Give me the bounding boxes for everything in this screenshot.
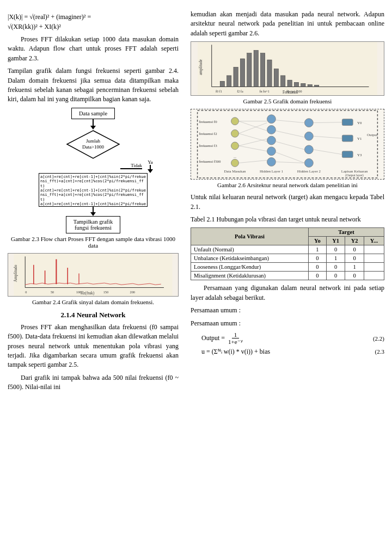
svg-point-47 — [231, 130, 239, 138]
svg-rect-25 — [260, 53, 265, 87]
para-neural-target: Untuk nilai keluaran neural network (tar… — [191, 193, 384, 212]
svg-rect-22 — [240, 59, 244, 87]
fc-tidak-line — [120, 168, 142, 169]
table-cell-y3-1 — [364, 245, 384, 254]
svg-rect-28 — [281, 76, 285, 87]
table-cell-pola-4: Misalignment (Ketidaklurusan) — [191, 272, 309, 280]
table-cell-y1-1: 0 — [326, 245, 345, 254]
svg-rect-20 — [227, 76, 231, 87]
table-cell-pola-3: Looseness (Longgar/Kendur) — [191, 263, 309, 272]
svg-rect-21 — [234, 67, 238, 87]
fc-tidak-branch: Tidak — [33, 163, 148, 169]
svg-point-55 — [267, 158, 276, 167]
svg-rect-27 — [274, 69, 278, 87]
table-cell-y2-2: 0 — [345, 254, 364, 263]
fc-label-ya: Ya — [148, 159, 153, 165]
u-formula-block: u = (Σᴺᵢ w(i) * v(i)) + bias (2.3 — [201, 348, 384, 356]
persamaan-2-label: Persamaan umum : — [191, 319, 384, 328]
svg-rect-33 — [315, 85, 319, 87]
table-cell-yo-4: 0 — [308, 272, 326, 280]
svg-text:Hz(frak): Hz(frak) — [81, 291, 95, 295]
svg-text:Lapisan Keluaran: Lapisan Keluaran — [341, 169, 368, 173]
svg-text:frekuensi f3: frekuensi f3 — [199, 144, 218, 147]
svg-text:(Output layer): (Output layer) — [345, 174, 364, 177]
fc-arrow-2 — [90, 212, 96, 216]
table-cell-y3-2 — [364, 254, 384, 263]
table-cell-y1-3: 0 — [326, 263, 345, 272]
fc-label-jumlah: Jumlah Data>1000 — [79, 138, 107, 150]
equation-number-22: (2.2) — [373, 335, 384, 342]
output-formula-block: Output = 1 1+e⁻ʸ (2.2) — [201, 331, 384, 346]
fc-branch-area: Tidak Ya — [33, 159, 153, 173]
fc-ya-line — [150, 165, 151, 169]
fc-box-tampilkan: Tampilkan grafik fungsi frekuensi — [66, 216, 120, 233]
fig2-6-label: Gambar 2.6 Arsitektur neural network dal… — [191, 182, 384, 188]
table-cell-pola-2: Unbalance (Ketidakseimbangan) — [191, 254, 309, 263]
fig2-4-svg: Hz(frak) Amplitudo 0 50 100 150 200 — [8, 254, 178, 296]
table-vibrasi: Pola Vibrasi Target Yo Y1 Y2 Y... Unfaul… — [191, 227, 384, 280]
flowchart-fig2-3: Data sample Jumlah Data>1000 — [8, 108, 179, 233]
fig2-4-label: Gambar 2.4 Grafik sinyal dalam domain fr… — [8, 299, 179, 305]
para-neural-1: Proses FFT akan menghasilkan data frekue… — [8, 323, 179, 370]
fig2-5-graph: Frekuensi amplitude f0 f1 f2 fa fn fn+1 … — [191, 41, 384, 96]
svg-point-52 — [267, 126, 276, 134]
fc-code-box: a[cnt]=re[cnt]+re[cnt-1]+[cnt]%sin(2*pi/… — [39, 173, 148, 207]
para-grafik-domain: Tampilan grafik dalam fungsi frekuensi s… — [8, 66, 179, 104]
svg-point-53 — [267, 136, 276, 145]
svg-rect-24 — [254, 51, 258, 87]
table-header-pola: Pola Vibrasi — [191, 228, 309, 245]
svg-text:Output: Output — [367, 133, 377, 137]
table-cell-yo-3: 0 — [308, 263, 326, 272]
para-right-1: kemudian akan menjadi data masukan pada … — [191, 10, 384, 38]
fig2-3-label: Gambar 2.3 Flow chart Proses FFT dengan … — [8, 236, 179, 249]
fraction-numerator: 1 — [232, 331, 240, 338]
table-cell-yo-2: 0 — [308, 254, 326, 263]
svg-rect-1 — [14, 254, 172, 296]
table-cell-pola-1: Unfault (Normal) — [191, 245, 309, 254]
table-cell-y2-3: 1 — [345, 263, 364, 272]
table-row: Unfault (Normal) 1 0 0 — [191, 245, 384, 254]
svg-text:200: 200 — [130, 290, 135, 294]
svg-point-50 — [231, 159, 239, 167]
svg-rect-60 — [342, 119, 353, 126]
fig2-5-svg: Frekuensi amplitude f0 f1 f2 fa fn fn+1 … — [191, 42, 384, 95]
svg-text:Data Masukan: Data Masukan — [224, 169, 246, 173]
svg-rect-16 — [198, 42, 377, 95]
svg-point-57 — [305, 132, 314, 141]
table-row: Misalignment (Ketidaklurusan) 0 0 0 — [191, 272, 384, 280]
table-cell-y2-4: 0 — [345, 272, 364, 280]
svg-rect-31 — [301, 84, 305, 87]
fig2-5-label: Gambar 2.5 Grafik domain frekuensi — [191, 98, 384, 104]
output-fraction: 1 1+e⁻ʸ — [226, 331, 245, 346]
fraction-denominator: 1+e⁻ʸ — [226, 338, 245, 346]
para-fft-1000: Proses FFT dilakukan setiap 1000 data ma… — [8, 35, 179, 63]
svg-text:Amplitudo: Amplitudo — [14, 264, 18, 282]
table-row: Unbalance (Ketidakseimbangan) 0 1 0 — [191, 254, 384, 263]
fc-label-tidak: Tidak — [131, 163, 142, 168]
svg-text:Y1: Y1 — [357, 137, 362, 140]
fc-ya-branch: Ya — [148, 159, 153, 173]
table-header-target: Target — [308, 228, 384, 237]
svg-rect-23 — [247, 53, 252, 87]
right-column: kemudian akan menjadi data masukan pada … — [185, 5, 392, 399]
svg-rect-29 — [287, 80, 292, 87]
svg-text:50: 50 — [51, 290, 54, 294]
svg-text:frekuensi f0: frekuensi f0 — [199, 120, 218, 124]
table-row: Looseness (Longgar/Kendur) 0 0 1 — [191, 263, 384, 272]
svg-text:f(n+p) f500: f(n+p) f500 — [286, 89, 302, 94]
fc-jumlah-text: Jumlah Data>1000 — [82, 138, 104, 150]
fc-label-tampilkan: Tampilkan grafik fungsi frekuensi — [74, 219, 113, 231]
fig2-6-svg: frekuensi f0 frekuensi f2 frekuensi f3 f… — [191, 109, 384, 179]
table-cell-y3-3 — [364, 263, 384, 272]
svg-rect-19 — [220, 81, 224, 87]
fc-ya-arrow — [148, 169, 153, 173]
formula-xk-text: |X(k)| = √(real)² + (imaginer)² = — [8, 13, 91, 21]
fc-arrow-line-1 — [93, 119, 94, 126]
svg-text:f2 fa: f2 fa — [237, 89, 243, 93]
svg-text:0: 0 — [25, 290, 27, 294]
table-title: Tabel 2.1 Hubungan pola vibrasi dan targ… — [191, 215, 384, 224]
table-cell-yo-1: 1 — [308, 245, 326, 254]
table-subheader-y2: Y2 — [345, 237, 364, 245]
table-cell-y2-1: 0 — [345, 245, 364, 254]
fc-diamond-jumlah: Jumlah Data>1000 — [66, 130, 120, 159]
